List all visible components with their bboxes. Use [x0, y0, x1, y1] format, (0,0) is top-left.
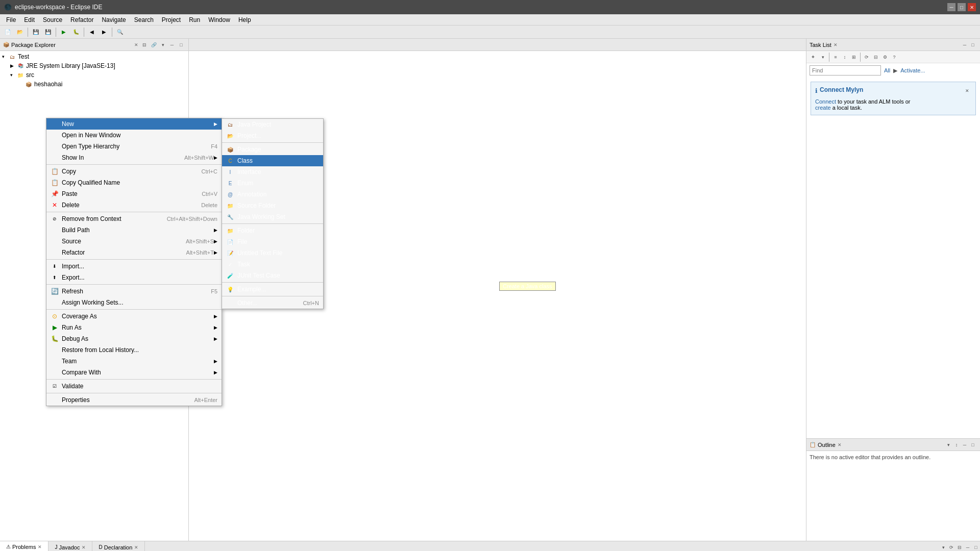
sub-project[interactable]: 📂 Project... [222, 130, 323, 141]
window-controls[interactable]: ─ □ ✕ [947, 3, 976, 11]
task-find-input[interactable] [810, 65, 881, 76]
ctx-coverage-as[interactable]: ⊙ Coverage As ▶ [46, 311, 222, 322]
sub-interface[interactable]: I Interface [222, 166, 323, 178]
sub-untitled[interactable]: 📝 Untitled Text File [222, 247, 323, 259]
sub-example[interactable]: 💡 Example... [222, 284, 323, 295]
sub-annotation[interactable]: @ Annotation [222, 189, 323, 200]
sub-source-folder[interactable]: 📁 Source Folder [222, 200, 323, 211]
sub-java-working-set[interactable]: 🔧 Java Working Set [222, 211, 323, 222]
ctx-restore-history[interactable]: Restore from Local History... [46, 344, 222, 356]
menu-window[interactable]: Window [204, 15, 234, 24]
task-activate-link[interactable]: Activate... [900, 67, 925, 73]
view-menu-icon[interactable]: ▾ [159, 41, 167, 49]
ctx-delete[interactable]: ✕ Delete Delete [46, 199, 222, 211]
outline-filter[interactable]: ▾ [944, 441, 952, 449]
ctx-paste[interactable]: 📌 Paste Ctrl+V [46, 188, 222, 199]
task-new-btn[interactable]: + [808, 53, 818, 62]
toolbar-search[interactable]: 🔍 [114, 27, 126, 38]
ctx-debug-as[interactable]: 🐛 Debug As ▶ [46, 333, 222, 344]
sub-enum[interactable]: E Enum [222, 178, 323, 189]
sub-java-project[interactable]: 🗂 Java Project [222, 119, 323, 130]
collapse-all-icon[interactable]: ⊟ [140, 41, 149, 49]
ctx-team[interactable]: Team ▶ [46, 356, 222, 367]
outline-sort[interactable]: ↕ [952, 441, 961, 449]
menu-search[interactable]: Search [130, 15, 158, 24]
connect-link[interactable]: Connect [815, 98, 836, 105]
menu-source[interactable]: Source [39, 15, 66, 24]
ctx-show-in[interactable]: Show In Alt+Shift+W ▶ [46, 152, 222, 163]
menu-navigate[interactable]: Navigate [97, 15, 130, 24]
bottom-collapse-icon[interactable]: ⊟ [955, 543, 964, 552]
ctx-source[interactable]: Source Alt+Shift+S ▶ [46, 236, 222, 247]
sub-other[interactable]: Other... Ctrl+N [222, 297, 323, 309]
menu-refactor[interactable]: Refactor [66, 15, 97, 24]
outline-max[interactable]: □ [969, 441, 977, 449]
task-sync-icon[interactable]: ⟳ [863, 53, 871, 61]
close-button[interactable]: ✕ [968, 3, 976, 11]
tree-jre[interactable]: ▶ 📚 JRE System Library [JavaSE-13] [0, 61, 188, 70]
bottom-filter-icon[interactable]: ▾ [939, 543, 947, 552]
ctx-refactor[interactable]: Refactor Alt+Shift+T ▶ [46, 247, 222, 258]
sub-file[interactable]: 📄 File [222, 236, 323, 247]
ctx-open-type-hierarchy[interactable]: Open Type Hierarchy F4 [46, 141, 222, 152]
ctx-properties[interactable]: Properties Alt+Enter [46, 394, 222, 406]
connect-mylyn-close[interactable]: ✕ [963, 87, 971, 95]
bottom-min-icon[interactable]: ─ [964, 543, 972, 552]
ctx-export[interactable]: ⬆ Export... [46, 272, 222, 283]
maximize-panel-icon[interactable]: □ [177, 41, 185, 49]
ctx-run-as[interactable]: ▶ Run As ▶ [46, 322, 222, 333]
toolbar-prev[interactable]: ◀ [86, 27, 97, 38]
bottom-max-icon[interactable]: □ [972, 543, 980, 552]
minimize-button[interactable]: ─ [947, 3, 955, 11]
tree-src[interactable]: ▾ 📁 src [0, 70, 188, 80]
tab-javadoc[interactable]: J Javadoc ✕ [48, 541, 92, 552]
sub-task[interactable]: ✓ Task [222, 259, 323, 270]
ctx-validate[interactable]: ☑ Validate [46, 381, 222, 392]
menu-edit[interactable]: Edit [20, 15, 39, 24]
minimize-panel-icon[interactable]: ─ [168, 41, 176, 49]
bottom-history-icon[interactable]: ⟳ [947, 543, 955, 552]
ctx-copy[interactable]: 📋 Copy Ctrl+C [46, 166, 222, 177]
ctx-open-new-window[interactable]: Open in New Window [46, 130, 222, 141]
tree-project[interactable]: ▾ 🗂 Test [0, 52, 188, 61]
task-sort-icon[interactable]: ↕ [841, 53, 849, 61]
ctx-compare-with[interactable]: Compare With ▶ [46, 367, 222, 378]
toolbar-open[interactable]: 📂 [14, 27, 26, 38]
ctx-import[interactable]: ⬇ Import... [46, 261, 222, 272]
toolbar-debug[interactable]: 🐛 [70, 27, 82, 38]
toolbar-next[interactable]: ▶ [99, 27, 110, 38]
maximize-button[interactable]: □ [958, 3, 966, 11]
menu-help[interactable]: Help [234, 15, 255, 24]
toolbar-save[interactable]: 💾 [30, 27, 41, 38]
tab-problems[interactable]: ⚠ Problems ✕ [0, 541, 48, 552]
toolbar-save-all[interactable]: 💾 [42, 27, 54, 38]
ctx-refresh[interactable]: 🔄 Refresh F5 [46, 286, 222, 297]
ctx-remove-context[interactable]: ⊘ Remove from Context Ctrl+Alt+Shift+Dow… [46, 213, 222, 224]
toolbar-new[interactable]: 📄 [2, 27, 13, 38]
sub-class[interactable]: C Class Create a Java class [222, 155, 323, 166]
task-settings-icon[interactable]: ⚙ [881, 53, 889, 61]
task-list-min[interactable]: ─ [961, 41, 969, 49]
ctx-new[interactable]: New ▶ 🗂 Java Project 📂 Project... 📦 [46, 118, 222, 130]
task-collapse-icon[interactable]: ⊟ [872, 53, 880, 61]
menu-run[interactable]: Run [185, 15, 204, 24]
sub-junit[interactable]: 🧪 JUnit Test Case [222, 270, 323, 281]
tab-declaration[interactable]: D Declaration ✕ [92, 541, 145, 552]
toolbar-run[interactable]: ▶ [58, 27, 69, 38]
task-cat-icon[interactable]: ≡ [831, 53, 840, 61]
task-filter-icon[interactable]: ▾ [819, 53, 827, 61]
menu-project[interactable]: Project [158, 15, 185, 24]
outline-min[interactable]: ─ [961, 441, 969, 449]
link-editor-icon[interactable]: 🔗 [150, 41, 158, 49]
menu-file[interactable]: File [2, 15, 20, 24]
sub-folder[interactable]: 📁 Folder [222, 225, 323, 236]
create-link[interactable]: create [815, 105, 831, 111]
tree-package[interactable]: 📦 heshaohai [0, 80, 188, 89]
ctx-copy-qualified[interactable]: 📋 Copy Qualified Name [46, 177, 222, 188]
task-group-icon[interactable]: ⊞ [850, 53, 858, 61]
task-list-max[interactable]: □ [969, 41, 977, 49]
sub-package[interactable]: 📦 Package [222, 144, 323, 155]
ctx-assign-working-sets[interactable]: Assign Working Sets... [46, 297, 222, 308]
ctx-build-path[interactable]: Build Path ▶ [46, 224, 222, 236]
task-all-link[interactable]: All [884, 67, 890, 73]
